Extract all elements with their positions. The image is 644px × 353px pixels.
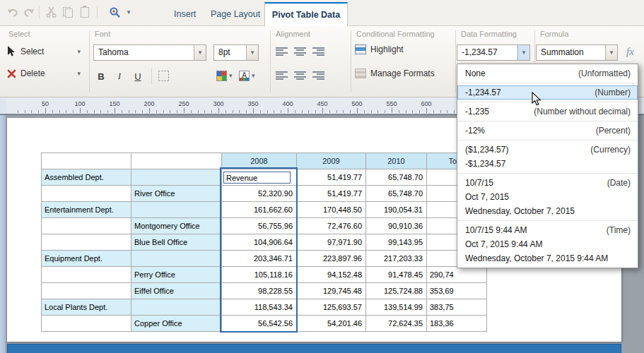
select-dropdown-icon[interactable]: ▾ — [77, 49, 81, 55]
format-menu-item[interactable]: 10/7/15 9:44 AM(Time) — [457, 223, 638, 237]
format-menu-item[interactable]: Wednesday, October 7, 2015 — [457, 204, 638, 218]
tab-insert[interactable]: Insert — [168, 6, 201, 22]
format-menu-item[interactable]: -1,235(Number without decimal) — [457, 104, 638, 119]
paste-icon[interactable] — [78, 5, 92, 19]
redo-icon[interactable] — [21, 5, 35, 19]
copy-icon[interactable] — [61, 5, 75, 19]
data-cell-2009[interactable]: 97,971.90 — [297, 234, 366, 251]
format-menu-item[interactable]: ($1,234.57)(Currency) — [457, 143, 638, 157]
select-button[interactable]: Select ▾ — [7, 46, 81, 57]
data-cell-2008[interactable]: 52,320.90 — [222, 186, 297, 202]
data-cell-2010[interactable]: 217,203.33 — [366, 251, 427, 267]
delete-button[interactable]: Delete ▾ — [7, 68, 81, 78]
format-menu-item[interactable]: None(Unformatted) — [457, 66, 638, 80]
pivot-column-header[interactable]: 2010 — [366, 153, 427, 169]
data-cell-2009[interactable]: 223,897.96 — [297, 251, 366, 267]
office-cell[interactable] — [131, 251, 222, 267]
fx-icon[interactable]: fx — [626, 46, 634, 58]
pivot-column-header[interactable] — [42, 153, 131, 169]
data-cell-2010[interactable]: 72,624.35 — [366, 316, 427, 332]
data-cell-2010[interactable]: 125,724.88 — [366, 283, 427, 299]
data-cell-2010[interactable]: 91,478.45 — [366, 267, 427, 283]
pivot-column-header[interactable]: 2008 — [222, 153, 297, 169]
valign-bottom-icon[interactable] — [312, 70, 324, 80]
data-cell-2009[interactable]: 51,419.77 — [297, 186, 366, 202]
valign-middle-icon[interactable] — [294, 70, 306, 80]
align-left-icon[interactable] — [276, 46, 288, 56]
data-cell-2009[interactable]: 51,419.77 — [297, 169, 366, 186]
preview-icon[interactable] — [107, 5, 122, 19]
selected-field-revenue[interactable]: Revenue — [223, 172, 291, 184]
office-cell[interactable] — [131, 169, 222, 186]
data-cell-2009[interactable]: 125,693.57 — [297, 299, 366, 316]
fill-color-dropdown-icon[interactable]: ▾ — [229, 73, 233, 79]
font-size-combo[interactable]: 8pt ▾ — [213, 44, 259, 61]
dept-cell[interactable] — [42, 234, 131, 251]
font-color-dropdown-icon[interactable]: ▾ — [252, 73, 255, 79]
underline-button[interactable]: U — [130, 68, 146, 84]
office-cell[interactable]: Perry Office — [131, 267, 222, 283]
data-cell-2010[interactable]: 99,143.95 — [366, 234, 427, 251]
data-cell-2010[interactable]: 90,910.36 — [366, 218, 427, 234]
data-cell-2008[interactable]: 98,228.55 — [222, 283, 297, 299]
format-menu-item[interactable]: -1,234.57(Number) — [457, 85, 638, 100]
office-cell[interactable]: Copper Office — [131, 316, 222, 332]
total-cell[interactable]: 383,75 — [427, 299, 487, 316]
dept-cell[interactable] — [42, 283, 131, 299]
office-cell[interactable] — [131, 299, 222, 316]
borders-button[interactable] — [158, 71, 169, 81]
data-cell-2010[interactable]: 65,748.70 — [366, 169, 427, 186]
dept-cell[interactable] — [42, 186, 131, 202]
format-menu-item[interactable]: Oct 7, 2015 — [457, 190, 638, 204]
dept-cell[interactable]: Entertainment Dept. — [42, 202, 131, 218]
data-cell-2008[interactable]: 203,346.71 — [222, 251, 297, 267]
data-cell-2009[interactable]: 129,745.48 — [297, 283, 366, 299]
dept-cell[interactable]: Local Plants Dept. — [42, 299, 131, 316]
office-cell[interactable]: Montgomery Office — [131, 218, 222, 234]
formula-dropdown-icon[interactable]: ▾ — [605, 45, 617, 60]
data-format-combo[interactable]: -1,234.57 ▾ — [457, 44, 530, 61]
office-cell[interactable] — [131, 202, 222, 218]
format-menu-item[interactable]: Wednesday, October 7, 2015 9:44 AM — [457, 251, 638, 265]
office-cell[interactable]: Eiffel Office — [131, 283, 222, 299]
dept-cell[interactable] — [42, 218, 131, 234]
dept-cell[interactable] — [42, 267, 131, 283]
dept-cell[interactable]: Equipment Dept. — [42, 251, 131, 267]
tab-page-layout[interactable]: Page Layout — [205, 6, 266, 22]
align-right-icon[interactable] — [312, 46, 324, 56]
valign-top-icon[interactable] — [276, 70, 288, 80]
data-cell-2010[interactable]: 65,748.70 — [366, 186, 427, 202]
data-cell-2009[interactable]: 170,448.50 — [297, 202, 366, 218]
total-cell[interactable]: 353,69 — [427, 283, 487, 299]
data-cell-2009[interactable]: 54,201.46 — [297, 316, 366, 332]
manage-formats-button[interactable]: Manage Formats — [355, 68, 435, 78]
delete-dropdown-icon[interactable]: ▾ — [77, 71, 81, 77]
pivot-column-header[interactable] — [131, 153, 222, 169]
total-cell[interactable]: 183,36 — [427, 316, 487, 332]
office-cell[interactable]: River Office — [131, 186, 222, 202]
undo-icon[interactable] — [6, 5, 20, 19]
data-cell-2008[interactable]: 105,118.16 — [222, 267, 297, 283]
data-cell-2008[interactable]: 56,755.96 — [222, 218, 297, 234]
font-size-dropdown-icon[interactable]: ▾ — [246, 45, 258, 60]
format-menu-item[interactable]: 10/7/15(Date) — [457, 176, 638, 190]
data-cell-2010[interactable]: 190,054.31 — [366, 202, 427, 218]
format-menu-item[interactable]: Oct 7, 2015 9:44 AM — [457, 237, 638, 251]
office-cell[interactable]: Blue Bell Office — [131, 234, 222, 251]
pivot-column-header[interactable]: 2009 — [297, 153, 366, 169]
data-cell-2008[interactable]: 104,906.64 — [222, 234, 297, 251]
formula-combo[interactable]: Summation ▾ — [536, 44, 618, 61]
tab-pivot-table-data[interactable]: Pivot Table Data — [264, 2, 348, 26]
data-cell-2008[interactable]: 118,543.34 — [222, 299, 297, 316]
total-cell[interactable]: 290,74 — [427, 267, 487, 283]
dept-cell[interactable] — [42, 316, 131, 332]
fill-color-button[interactable]: ▾ — [216, 71, 233, 81]
align-center-icon[interactable] — [294, 46, 306, 56]
data-cell-2008[interactable]: 56,542.56 — [222, 316, 297, 332]
cut-icon[interactable] — [44, 5, 58, 19]
dept-cell[interactable]: Assembled Dept. — [42, 169, 131, 186]
font-family-dropdown-icon[interactable]: ▾ — [194, 45, 206, 60]
data-cell-2009[interactable]: 94,152.48 — [297, 267, 366, 283]
data-cell-2008[interactable]: Revenue — [222, 169, 297, 186]
data-cell-2009[interactable]: 72,476.60 — [297, 218, 366, 234]
